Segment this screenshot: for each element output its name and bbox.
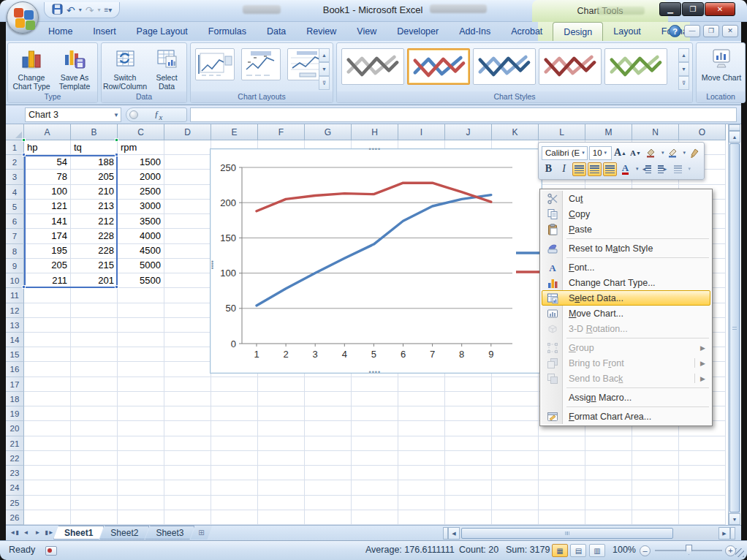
row-header-13[interactable]: 13	[6, 318, 24, 333]
cell-B25[interactable]	[71, 496, 118, 510]
cell-B15[interactable]	[71, 347, 118, 362]
tab-split-handle[interactable]	[443, 527, 448, 540]
cell-D19[interactable]	[164, 406, 211, 421]
cell-B16[interactable]	[71, 362, 118, 377]
cell-C11[interactable]	[118, 288, 164, 303]
increase-indent-icon[interactable]: ▸	[656, 162, 670, 176]
cell-J23[interactable]	[445, 466, 492, 480]
cell-J19[interactable]	[445, 406, 492, 421]
cell-C4[interactable]: 2500	[118, 185, 164, 200]
cell-J21[interactable]	[445, 436, 492, 451]
cell-E20[interactable]	[211, 421, 258, 436]
cell-K23[interactable]	[492, 466, 539, 480]
cell-B17[interactable]	[71, 377, 118, 392]
cell-A17[interactable]	[24, 377, 71, 392]
cell-C10[interactable]: 5500	[118, 273, 164, 288]
cell-G17[interactable]	[305, 377, 352, 392]
menu-item-cut[interactable]: Cut	[542, 191, 710, 206]
cell-J20[interactable]	[445, 421, 492, 436]
row-header-7[interactable]: 7	[6, 229, 24, 243]
cell-H23[interactable]	[352, 466, 398, 480]
cell-I19[interactable]	[398, 406, 445, 421]
cell-C14[interactable]	[118, 333, 164, 347]
cell-K25[interactable]	[492, 496, 539, 510]
cell-L25[interactable]	[539, 496, 585, 510]
cell-L21[interactable]	[539, 436, 585, 451]
row-header-25[interactable]: 25	[6, 496, 24, 510]
column-header-H[interactable]: H	[352, 124, 398, 140]
cell-A7[interactable]: 174	[24, 229, 71, 243]
cell-A24[interactable]	[24, 480, 71, 495]
cell-B1[interactable]: tq	[71, 140, 118, 155]
cell-B10[interactable]: 201	[71, 273, 118, 288]
fill-color-dropdown-icon[interactable]: ▾	[661, 150, 664, 156]
cell-F19[interactable]	[258, 406, 305, 421]
cell-B8[interactable]: 228	[71, 244, 118, 259]
cell-B12[interactable]	[71, 303, 118, 318]
cell-M22[interactable]	[585, 451, 632, 466]
row-header-11[interactable]: 11	[6, 288, 24, 303]
cell-D13[interactable]	[164, 318, 211, 333]
restore-button[interactable]: ❐	[682, 2, 704, 16]
next-sheet-icon[interactable]: ►	[32, 527, 43, 538]
cell-A13[interactable]	[24, 318, 71, 333]
cell-B6[interactable]: 212	[71, 214, 118, 229]
page-break-view-button[interactable]: ▥	[589, 544, 605, 557]
cell-K21[interactable]	[492, 436, 539, 451]
cell-C12[interactable]	[118, 303, 164, 318]
cell-D15[interactable]	[164, 347, 211, 362]
scroll-up-icon[interactable]: ▲	[729, 131, 740, 143]
cell-O25[interactable]	[679, 496, 726, 510]
cell-B7[interactable]: 228	[71, 229, 118, 243]
cell-A23[interactable]	[24, 466, 71, 480]
cell-B14[interactable]	[71, 333, 118, 347]
cell-O21[interactable]	[679, 436, 726, 451]
cell-O23[interactable]	[679, 466, 726, 480]
cell-B13[interactable]	[71, 318, 118, 333]
cell-C22[interactable]	[118, 451, 164, 466]
horizontal-scrollbar[interactable]: ◀ ▶	[443, 527, 735, 540]
column-header-K[interactable]: K	[492, 124, 539, 140]
cell-O24[interactable]	[679, 480, 726, 495]
move-chart-button[interactable]: Move Chart	[700, 46, 743, 91]
row-header-9[interactable]: 9	[6, 259, 24, 273]
bullets-dropdown-icon[interactable]: ▾	[689, 166, 691, 172]
cell-G22[interactable]	[305, 451, 352, 466]
normal-view-button[interactable]: ▦	[552, 544, 568, 557]
redo-dropdown-icon[interactable]: ▾	[97, 7, 100, 13]
font-size-select[interactable]: 10▾	[589, 146, 612, 160]
cell-B20[interactable]	[71, 421, 118, 436]
cell-K22[interactable]	[492, 451, 539, 466]
formula-input[interactable]	[190, 107, 737, 122]
cell-F21[interactable]	[258, 436, 305, 451]
last-sheet-icon[interactable]: ▮►	[44, 527, 55, 538]
cell-B21[interactable]	[71, 436, 118, 451]
cell-O22[interactable]	[679, 451, 726, 466]
row-header-5[interactable]: 5	[6, 200, 24, 214]
zoom-out-button[interactable]: –	[640, 545, 651, 556]
office-button[interactable]	[7, 1, 39, 34]
scroll-left-icon[interactable]: ◀	[448, 527, 460, 540]
cell-H20[interactable]	[352, 421, 398, 436]
menu-item-paste[interactable]: Paste	[542, 222, 710, 237]
vertical-split-handle[interactable]	[729, 124, 740, 131]
tab-developer[interactable]: Developer	[387, 22, 449, 41]
row-header-19[interactable]: 19	[6, 406, 24, 421]
change-chart-type-button[interactable]: Change Chart Type	[10, 46, 53, 91]
layouts-scroll-down-icon[interactable]: ▼	[319, 62, 330, 76]
column-header-G[interactable]: G	[305, 124, 352, 140]
cell-G18[interactable]	[305, 392, 352, 406]
row-header-17[interactable]: 17	[6, 377, 24, 392]
row-header-22[interactable]: 22	[6, 451, 24, 466]
cell-D14[interactable]	[164, 333, 211, 347]
bold-button[interactable]: B	[542, 162, 555, 176]
cell-L22[interactable]	[539, 451, 585, 466]
cell-J24[interactable]	[445, 480, 492, 495]
cell-D9[interactable]	[164, 259, 211, 273]
grow-font-button[interactable]: A▲	[613, 146, 627, 160]
chart-layout-thumbnail-2[interactable]	[241, 48, 281, 80]
cell-A18[interactable]	[24, 392, 71, 406]
select-data-button[interactable]: Select Data	[148, 46, 185, 91]
cell-D10[interactable]	[164, 273, 211, 288]
row-header-24[interactable]: 24	[6, 480, 24, 495]
